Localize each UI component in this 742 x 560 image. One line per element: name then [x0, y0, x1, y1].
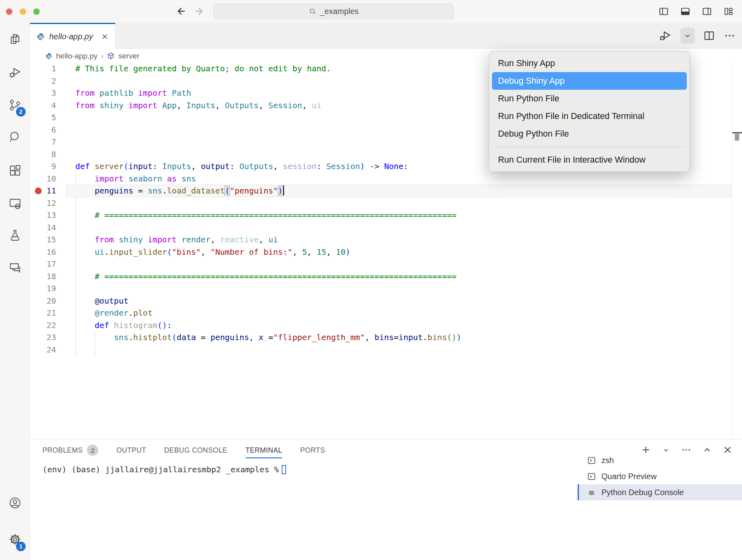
line-number[interactable]: 14: [30, 222, 56, 234]
customize-layout-icon[interactable]: [723, 6, 734, 17]
panel-tab-ports[interactable]: PORTS: [300, 439, 325, 461]
menu-item[interactable]: Run Shiny App: [492, 54, 687, 72]
chevron-right-icon: ›: [101, 52, 104, 60]
line-number[interactable]: 22: [30, 319, 56, 332]
line-number[interactable]: 16: [30, 246, 56, 258]
activity-bar: 2 1: [0, 23, 30, 560]
code-line[interactable]: 20 @output: [30, 295, 742, 307]
line-number[interactable]: 23: [30, 331, 56, 344]
panel-tab-terminal[interactable]: TERMINAL: [246, 439, 282, 461]
line-number[interactable]: 21: [30, 307, 56, 319]
panel-tab-label: TERMINAL: [246, 446, 282, 455]
code-text: # This file generated by Quarto; do not …: [75, 62, 331, 75]
menu-item[interactable]: Run Current File in Interactive Window: [492, 151, 687, 169]
code-line[interactable]: 21 @render.plot: [30, 307, 742, 319]
code-line[interactable]: 15 from shiny import render, reactive, u…: [30, 234, 742, 246]
code-text: def histogram():: [75, 319, 172, 332]
breadcrumb-file[interactable]: hello-app.py: [56, 52, 98, 60]
command-center-search[interactable]: _examples: [214, 4, 454, 19]
terminal-prompt-line[interactable]: (env) (base) jjallaire@jjallairesmbp2 _e…: [42, 465, 286, 474]
code-line[interactable]: 22 def histogram():: [30, 319, 742, 332]
panel-tabs: PROBLEMS2OUTPUTDEBUG CONSOLETERMINALPORT…: [42, 439, 325, 461]
menu-item[interactable]: Run Python File in Dedicated Terminal: [492, 107, 687, 125]
code-line[interactable]: 14: [30, 222, 742, 234]
line-number[interactable]: 8: [30, 148, 56, 161]
terminal-cursor: [282, 465, 286, 474]
line-number[interactable]: 18: [30, 270, 56, 283]
tab-hello-app[interactable]: hello-app.py: [30, 23, 115, 49]
panel-tab-problems[interactable]: PROBLEMS2: [42, 439, 98, 461]
forward-arrow-icon[interactable]: [194, 5, 206, 17]
editor-tab-bar: hello-app.py: [30, 23, 742, 49]
line-number[interactable]: 20: [30, 295, 56, 307]
line-number[interactable]: 10: [30, 173, 56, 185]
code-text: penguins = sns.load_dataset("penguins"): [75, 185, 284, 197]
code-line[interactable]: 12: [30, 197, 742, 209]
line-number[interactable]: 2: [30, 75, 56, 87]
menu-item[interactable]: Debug Python File: [492, 125, 687, 143]
code-line[interactable]: 16 ui.input_slider("bins", "Number of bi…: [30, 246, 742, 258]
line-number[interactable]: 17: [30, 258, 56, 270]
split-editor-icon[interactable]: [703, 30, 715, 42]
menu-item[interactable]: Run Python File: [492, 90, 687, 107]
line-number[interactable]: 19: [30, 282, 56, 295]
line-number[interactable]: 9: [30, 160, 56, 173]
line-number[interactable]: 13: [30, 209, 56, 222]
line-number[interactable]: 11: [30, 185, 56, 197]
line-number[interactable]: 3: [30, 87, 56, 99]
testing-icon[interactable]: [8, 228, 22, 242]
code-line[interactable]: 11 penguins = sns.load_dataset("penguins…: [30, 185, 742, 197]
line-number[interactable]: 1: [30, 62, 56, 75]
code-line[interactable]: 10 import seaborn as sns: [30, 173, 742, 185]
line-number[interactable]: 5: [30, 111, 56, 124]
search-icon: [309, 8, 317, 15]
back-arrow-icon[interactable]: [175, 5, 187, 17]
line-number[interactable]: 6: [30, 124, 56, 136]
code-line[interactable]: 17: [30, 258, 742, 270]
code-text: @output: [75, 295, 128, 307]
terminal-list-item[interactable]: Python Debug Console: [577, 484, 742, 500]
line-number[interactable]: 12: [30, 197, 56, 209]
menu-item[interactable]: Debug Shiny App: [492, 72, 687, 90]
code-line[interactable]: 18 # ===================================…: [30, 270, 742, 283]
line-number[interactable]: 4: [30, 99, 56, 112]
scrollbar-thumb[interactable]: [735, 134, 739, 141]
extensions-icon[interactable]: [8, 163, 22, 177]
panel-tab-output[interactable]: OUTPUT: [116, 439, 146, 461]
terminal-list-item[interactable]: zsh: [577, 452, 742, 468]
remote-explorer-icon[interactable]: [8, 197, 22, 211]
line-number[interactable]: 24: [30, 344, 56, 356]
line-number[interactable]: 7: [30, 136, 56, 148]
code-line[interactable]: 23 sns.histplot(data = penguins, x ="fli…: [30, 331, 742, 344]
run-and-debug-icon[interactable]: [8, 65, 22, 79]
breadcrumb-symbol[interactable]: server: [118, 52, 139, 60]
code-text: # ======================================…: [75, 270, 456, 283]
scrollbar-track[interactable]: [732, 64, 732, 439]
titlebar: _examples: [0, 0, 742, 23]
search-sidebar-icon[interactable]: [8, 130, 22, 144]
code-line[interactable]: 24: [30, 344, 742, 356]
terminal-list-item[interactable]: Quarto Preview: [577, 468, 742, 484]
toggle-secondary-sidebar-icon[interactable]: [702, 6, 712, 17]
debug-run-icon[interactable]: [658, 29, 672, 42]
bug-icon: [587, 488, 596, 497]
comments-icon[interactable]: [8, 261, 22, 275]
panel-tab-debug-console[interactable]: DEBUG CONSOLE: [164, 439, 228, 461]
code-line[interactable]: 13 # ===================================…: [30, 209, 742, 222]
terminal-list-label: Python Debug Console: [601, 488, 684, 497]
tab-close-icon[interactable]: [101, 33, 109, 40]
toggle-panel-icon[interactable]: [680, 6, 691, 17]
code-line[interactable]: 19: [30, 282, 742, 295]
run-dropdown-button[interactable]: [680, 28, 695, 44]
close-window-button[interactable]: [6, 8, 12, 15]
vscode-window: { "titlebar": { "search_value": "_exampl…: [0, 0, 742, 560]
code-text: from shiny import App, Inputs, Outputs, …: [75, 99, 321, 112]
toggle-sidebar-icon[interactable]: [658, 6, 669, 17]
terminal-icon: [587, 456, 596, 465]
accounts-icon[interactable]: [8, 496, 22, 510]
minimize-window-button[interactable]: [20, 8, 26, 15]
zoom-window-button[interactable]: [33, 8, 40, 15]
line-number[interactable]: 15: [30, 234, 56, 246]
explorer-icon[interactable]: [8, 32, 22, 46]
more-actions-icon[interactable]: [724, 30, 736, 42]
